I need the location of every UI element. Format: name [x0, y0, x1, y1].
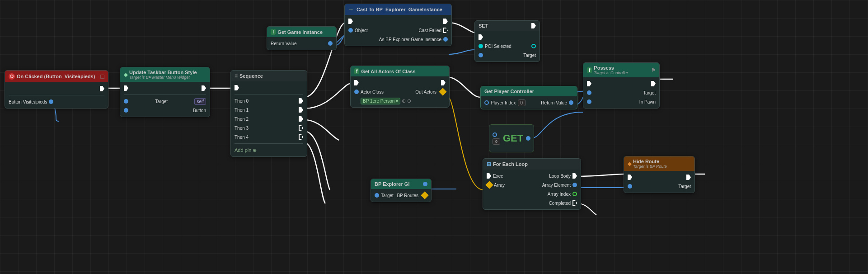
poi-out-pin	[531, 44, 536, 48]
then1-row: Then 1	[235, 106, 303, 113]
target-gi-label: Target	[381, 193, 394, 198]
out-actors-pin	[439, 88, 447, 96]
completed-pin	[572, 200, 577, 206]
exec-row: Exec Loop Body	[487, 172, 577, 180]
as-bp-pin	[443, 37, 448, 42]
bp-tere-badge[interactable]: BP 1ere Person ▾	[361, 98, 400, 104]
diamond-icon: ◆	[124, 72, 127, 78]
then3-pin	[299, 125, 303, 131]
addpin-row[interactable]: Add pin ⊕	[235, 146, 303, 154]
in-pawn-pin	[587, 99, 591, 104]
get-inner: 0 GET	[493, 132, 530, 145]
bp-tere-row: BP 1ere Person ▾ ⊕ ⊙	[354, 97, 446, 104]
then0-label: Then 0	[235, 99, 249, 104]
exec-out	[651, 81, 656, 86]
target-gi-pin	[375, 193, 379, 198]
gi-out-pin	[423, 182, 427, 186]
set-exec-out	[531, 23, 536, 28]
exec-out	[443, 19, 448, 24]
update-taskbar-node: ◆ Update Taskbar Button Style Target is …	[120, 67, 210, 117]
object-row: Object Cast Failed	[348, 27, 448, 34]
object-pin	[348, 28, 353, 33]
get-zero-badge[interactable]: 0	[493, 138, 500, 145]
exec-out	[202, 85, 206, 91]
get-player-controller-node: Get Player Controller Player Index 0 Ret…	[480, 86, 577, 109]
then1-pin	[299, 107, 303, 113]
get-left-pins: 0	[493, 132, 500, 145]
bp-tere-badge-group[interactable]: BP 1ere Person ▾ ⊕ ⊙	[361, 98, 411, 104]
then3-label: Then 3	[235, 126, 249, 131]
loop-body-label: Loop Body	[549, 174, 571, 179]
add-pin-label[interactable]: Add pin ⊕	[235, 147, 257, 153]
get-all-actors-title: Get All Actors Of Class	[361, 69, 415, 74]
bp-routes-label: BP Routes	[397, 193, 418, 198]
bp-explorer-gi-header: BP Explorer GI	[371, 179, 431, 189]
actor-class-row: Actor Class Out Actors	[354, 88, 446, 95]
set-header: SET	[475, 21, 540, 31]
exec-in	[587, 81, 591, 86]
exec-row	[628, 174, 691, 181]
hide-route-body: Target	[624, 171, 694, 193]
button-pin-row: Button Visiteàpieds	[9, 98, 104, 105]
poi-row: POI Selected	[479, 43, 536, 50]
possess-title: Possess	[594, 65, 628, 71]
exec-in	[348, 19, 353, 24]
target-label: Target	[155, 99, 168, 104]
as-bp-row: As BP Explorer Game Instance	[348, 36, 448, 43]
for-each-loop-node: ⊞ For Each Loop Exec Loop Body Array Arr…	[483, 158, 581, 210]
divider	[124, 94, 206, 95]
cast-failed-label: Cast Failed	[418, 28, 441, 33]
then0-row: Then 0	[235, 97, 303, 104]
button-pin	[49, 99, 53, 104]
for-each-body: Exec Loop Body Array Array Element Array…	[483, 170, 581, 209]
target-row: Target	[628, 183, 691, 190]
diamond-icon: ◆	[628, 161, 631, 167]
exec-row	[354, 79, 446, 86]
index-zero[interactable]: 0	[518, 99, 526, 106]
exec-in-label: Exec	[493, 174, 503, 179]
hide-route-node: ◆ Hide Route Target is BP Route Target	[624, 156, 695, 193]
on-clicked-title: On Clicked (Button_Visiteàpieds)	[17, 74, 95, 79]
then1-label: Then 1	[235, 108, 249, 113]
array-index-row: Array Index	[487, 190, 577, 198]
pin-exec-out	[100, 86, 104, 91]
out-actors-label: Out Actors	[415, 90, 436, 94]
search-icon[interactable]: ⊕	[402, 98, 406, 104]
set-title: SET	[479, 23, 488, 28]
set-node: SET POI Selected Target	[474, 20, 540, 62]
exec-row	[235, 84, 303, 91]
on-clicked-node: ⬡ On Clicked (Button_Visiteàpieds) □ But…	[5, 70, 108, 109]
possess-title-group: Possess Target is Controller	[594, 65, 628, 75]
self-badge[interactable]: self	[194, 98, 206, 105]
array-element-label: Array Element	[542, 183, 571, 188]
exec-in	[124, 85, 128, 91]
target-pin	[124, 99, 128, 104]
player-index-pin	[484, 100, 489, 105]
then2-pin	[299, 116, 303, 122]
pin-exec-out-row	[9, 85, 104, 92]
button-label-left: Button Visiteàpieds	[9, 99, 53, 104]
get-out-pin	[526, 136, 530, 141]
exec-in	[487, 173, 491, 179]
target-bp-routes-row: Target BP Routes	[375, 192, 427, 199]
target-label: Target	[523, 53, 536, 58]
target-pin	[587, 90, 591, 95]
exec-out	[686, 175, 691, 180]
bp-explorer-gi-node: BP Explorer GI Target BP Routes	[371, 179, 432, 202]
array-row: Array Array Element	[487, 181, 577, 189]
settings-icon[interactable]: ⊙	[407, 98, 411, 104]
exec-in	[235, 85, 239, 90]
node-collapse-icon[interactable]: □	[101, 73, 104, 80]
macro-icon: ⊞	[487, 161, 491, 167]
then4-row: Then 4	[235, 133, 303, 141]
return-label: Return Value	[271, 41, 297, 46]
cast-bp-explorer-node: ↔ Cast To BP_Explorer_GameInstance Objec…	[344, 4, 452, 46]
on-clicked-header: ⬡ On Clicked (Button_Visiteàpieds) □	[5, 71, 108, 82]
return-pin	[569, 100, 573, 105]
in-pawn-row: In Pawn	[587, 98, 656, 105]
get-big-node: 0 GET	[489, 124, 534, 152]
array-element-pin	[572, 183, 577, 187]
target-label: Target	[678, 184, 691, 189]
possess-node: f Possess Target is Controller ⚑ Target …	[583, 62, 660, 109]
target-row: Target	[479, 52, 536, 59]
